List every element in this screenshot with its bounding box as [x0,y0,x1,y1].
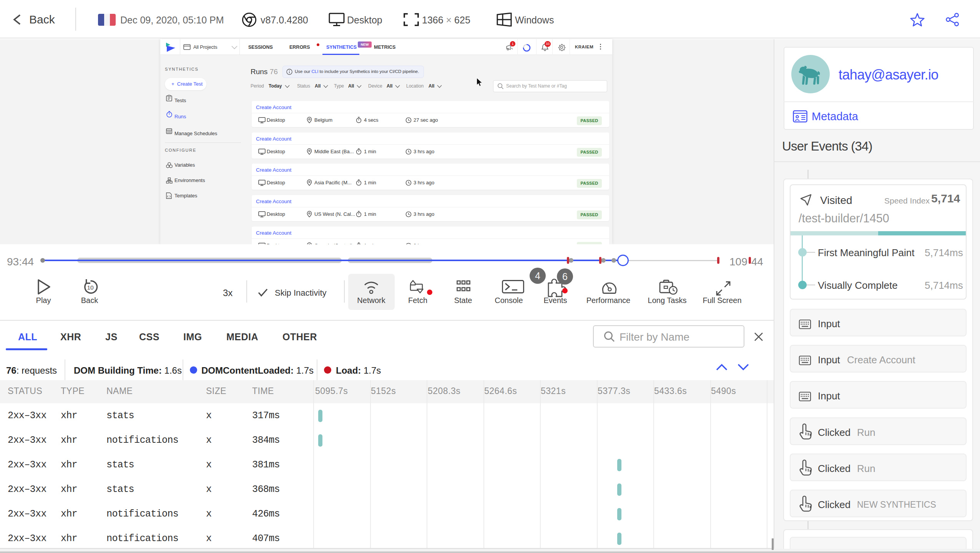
svg-text:10: 10 [87,284,94,291]
